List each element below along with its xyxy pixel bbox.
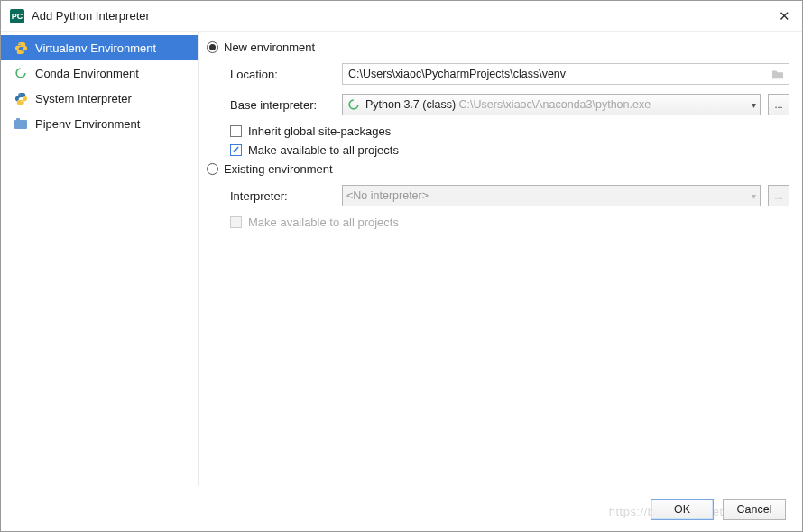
svg-point-0 <box>16 69 25 78</box>
title-bar: PC Add Python Interpreter ✕ <box>1 1 802 32</box>
radio-existing-environment[interactable]: Existing environment <box>207 162 789 176</box>
existing-interpreter-value: <No interpreter> <box>346 189 747 202</box>
sidebar-item-pipenv[interactable]: Pipenv Environment <box>1 111 198 136</box>
existing-interpreter-browse-button: ... <box>768 185 789 206</box>
browse-folder-icon[interactable] <box>767 64 789 84</box>
location-label: Location: <box>230 68 338 81</box>
chevron-down-icon: ▾ <box>752 191 756 201</box>
radio-label: Existing environment <box>224 162 333 176</box>
radio-label: New environment <box>224 41 315 54</box>
sidebar-item-label: Virtualenv Environment <box>35 41 156 55</box>
python-icon <box>14 91 28 105</box>
checkbox-label: Make available to all projects <box>248 216 399 229</box>
existing-interpreter-label: Interpreter: <box>230 189 338 203</box>
cancel-button[interactable]: Cancel <box>723 499 786 520</box>
conda-icon <box>14 66 28 80</box>
pipenv-icon <box>14 116 28 131</box>
checkbox-label: Make available to all projects <box>248 143 399 157</box>
sidebar-item-system[interactable]: System Interpreter <box>1 86 198 111</box>
app-icon: PC <box>10 9 24 23</box>
sidebar: Virtualenv Environment Conda Environment… <box>1 32 199 486</box>
existing-interpreter-dropdown: <No interpreter> ▾ <box>342 185 761 206</box>
window-title: Add Python Interpreter <box>32 9 775 23</box>
base-interpreter-value: Python 3.7 (class) C:\Users\xiaoc\Anacon… <box>365 98 747 111</box>
checkbox-inherit-site-packages[interactable]: Inherit global site-packages <box>230 124 789 138</box>
checkbox-icon <box>230 144 242 156</box>
dialog-body: Virtualenv Environment Conda Environment… <box>1 32 802 486</box>
sidebar-item-label: Conda Environment <box>35 67 139 80</box>
base-interpreter-dropdown[interactable]: Python 3.7 (class) C:\Users\xiaoc\Anacon… <box>342 94 761 115</box>
chevron-down-icon: ▾ <box>752 100 756 110</box>
sidebar-item-conda[interactable]: Conda Environment <box>1 60 198 86</box>
button-bar: OK Cancel <box>651 499 786 520</box>
svg-rect-1 <box>14 120 27 129</box>
sidebar-item-label: Pipenv Environment <box>35 117 140 131</box>
base-interpreter-browse-button[interactable]: ... <box>768 94 789 115</box>
checkbox-available-all-projects[interactable]: Make available to all projects <box>230 143 789 157</box>
base-interpreter-label: Base interpreter: <box>230 98 338 112</box>
checkbox-existing-available-all: Make available to all projects <box>230 216 789 229</box>
checkbox-icon <box>230 125 242 137</box>
radio-icon <box>207 163 218 175</box>
sidebar-item-label: System Interpreter <box>35 92 132 105</box>
row-existing-interpreter: Interpreter: <No interpreter> ▾ ... <box>230 185 789 206</box>
svg-rect-2 <box>16 118 20 121</box>
ok-button[interactable]: OK <box>651 499 714 520</box>
sidebar-item-virtualenv[interactable]: Virtualenv Environment <box>1 35 198 60</box>
radio-new-environment[interactable]: New environment <box>207 41 789 54</box>
svg-point-3 <box>349 100 358 109</box>
row-base-interpreter: Base interpreter: Python 3.7 (class) C:\… <box>230 94 789 115</box>
checkbox-label: Inherit global site-packages <box>248 124 391 138</box>
close-button[interactable]: ✕ <box>775 8 793 24</box>
location-input[interactable]: C:\Users\xiaoc\PycharmProjects\class\ven… <box>342 63 789 85</box>
location-value: C:\Users\xiaoc\PycharmProjects\class\ven… <box>343 68 767 80</box>
conda-icon <box>346 97 361 112</box>
python-icon <box>14 41 28 55</box>
checkbox-icon <box>230 216 242 228</box>
row-location: Location: C:\Users\xiaoc\PycharmProjects… <box>230 63 789 85</box>
radio-icon <box>207 41 218 53</box>
content-pane: New environment Location: C:\Users\xiaoc… <box>199 32 802 486</box>
